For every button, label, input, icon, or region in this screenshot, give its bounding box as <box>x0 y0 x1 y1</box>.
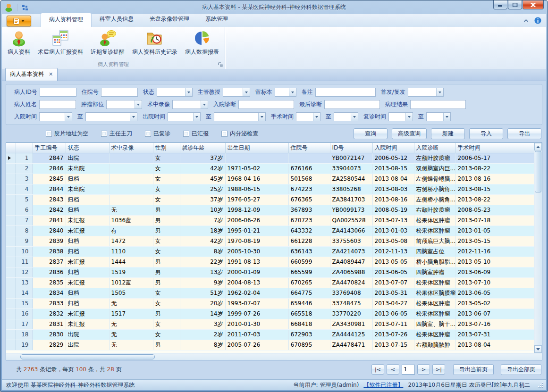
menu-tab[interactable]: 病人资料管理 <box>41 13 92 27</box>
horizontal-scroll-thumb[interactable] <box>20 354 155 359</box>
table-row[interactable]: 152833归档无女20岁1993-07-0765944633748475201… <box>6 298 534 309</box>
filter-combo[interactable] <box>426 112 451 121</box>
table-row[interactable]: 72841未汇报1036蓝男7岁2006-06-26670723QA002552… <box>6 215 534 225</box>
close-button[interactable] <box>523 0 544 9</box>
chevron-down-icon[interactable] <box>201 100 208 108</box>
next-page-button[interactable]: > <box>417 364 430 375</box>
filter-combo[interactable] <box>214 112 266 121</box>
action-button[interactable]: 高级查询 <box>392 128 427 139</box>
scroll-down-button[interactable] <box>534 345 542 353</box>
info-icon[interactable] <box>534 17 541 24</box>
menu-tab[interactable]: 系统管理 <box>197 13 236 27</box>
column-header[interactable]: 手工编号 <box>33 143 66 153</box>
chevron-down-icon[interactable] <box>405 113 413 121</box>
table-row[interactable]: 192829出院无男8岁2005-07-26670895ZA4478471201… <box>6 340 534 350</box>
table-row[interactable]: 12847出院女37岁YB00721472006-05-12左额叶胶质瘤2006… <box>6 153 534 163</box>
filter-combo[interactable] <box>106 100 142 109</box>
filter-checkbox[interactable]: 已汇报 <box>183 130 209 138</box>
filter-combo[interactable] <box>388 112 413 121</box>
action-button[interactable]: 导入 <box>469 128 503 139</box>
prev-page-button[interactable]: < <box>387 364 399 375</box>
table-row[interactable]: 162832未汇报1517男14岁1999-07-266655183377022… <box>6 309 534 319</box>
table-row[interactable]: 92839归档1472女42岁1970-08-19661228337556032… <box>6 236 534 246</box>
table-row[interactable]: 182830出院无女2岁2011-07-03672903ZA4444125201… <box>6 329 534 340</box>
checkbox-icon[interactable] <box>221 131 228 137</box>
column-header[interactable]: 状态 <box>66 143 109 153</box>
filter-combo[interactable] <box>39 112 72 121</box>
chevron-down-icon[interactable] <box>436 88 443 96</box>
filter-text-input[interactable] <box>40 88 76 97</box>
action-button[interactable]: 导出 <box>507 128 541 139</box>
ribbon-button[interactable]: 病人资料历史记录 <box>128 28 181 57</box>
resize-grip[interactable] <box>538 382 543 388</box>
table-row[interactable]: 112837未汇报1444男22岁1991-08-13660599ZA40894… <box>6 257 534 267</box>
filter-checkbox[interactable]: 胶片地址为空 <box>46 130 88 138</box>
filter-combo[interactable] <box>172 100 208 109</box>
chevron-down-icon[interactable] <box>193 113 200 121</box>
chevron-down-icon[interactable] <box>443 113 450 121</box>
table-row[interactable]: 102838归档1110女8岁2005-10-30636143ZA4214073… <box>6 246 534 257</box>
table-row[interactable]: 62842归档无男10岁1998-12-09367893YB0099173200… <box>6 205 534 215</box>
column-header[interactable]: 入院时间 <box>372 143 414 153</box>
scroll-up-button[interactable] <box>534 143 542 150</box>
chevron-down-icon[interactable] <box>313 113 320 121</box>
export-button[interactable]: 导出当前页 <box>453 364 494 375</box>
maximize-button[interactable] <box>508 0 522 9</box>
filter-combo[interactable] <box>157 88 193 97</box>
minimize-button[interactable] <box>493 0 507 9</box>
action-button[interactable]: 查询 <box>354 128 388 139</box>
column-header[interactable]: 术中录像 <box>109 143 153 153</box>
filter-text-input[interactable] <box>101 88 138 97</box>
ribbon-button[interactable]: 术后病人汇报资料 <box>34 28 87 57</box>
chevron-down-icon[interactable] <box>185 88 192 96</box>
column-header[interactable]: 入院诊断 <box>414 143 455 153</box>
checkbox-icon[interactable] <box>183 131 189 137</box>
table-row[interactable]: 42844未出院女25岁1988-06-15674223338052682013… <box>6 184 534 194</box>
column-header[interactable]: 就诊年龄 <box>180 143 225 153</box>
document-tab-patient-basic-info[interactable]: 病人基本资料 ✕ <box>5 68 58 81</box>
table-row[interactable]: 32845归档女45岁1968-04-16501568ZA25805442013… <box>6 174 534 184</box>
ribbon-button[interactable]: 病人数据报表 <box>181 28 223 57</box>
filter-combo[interactable] <box>85 112 137 121</box>
application-menu-button[interactable] <box>7 16 31 26</box>
filter-checkbox[interactable]: 主任主刀 <box>101 130 132 138</box>
table-row[interactable]: 52843归档女37岁1976-05-27676365ZA38417032013… <box>6 194 534 205</box>
ribbon-button[interactable]: 病人资料 <box>4 28 34 57</box>
filter-checkbox[interactable]: 已复诊 <box>145 130 170 138</box>
filter-text-input[interactable] <box>324 100 380 109</box>
first-page-button[interactable]: |< <box>371 364 384 375</box>
filter-text-input[interactable] <box>238 100 294 109</box>
checkbox-icon[interactable] <box>101 131 107 137</box>
chevron-down-icon[interactable] <box>289 88 296 96</box>
export-button[interactable]: 导出全部页 <box>501 364 541 375</box>
close-tab-icon[interactable]: ✕ <box>49 72 53 77</box>
filter-combo[interactable] <box>168 112 201 121</box>
chevron-down-icon[interactable] <box>243 88 250 96</box>
chevron-down-icon[interactable] <box>65 113 72 121</box>
filter-combo[interactable] <box>275 88 296 97</box>
table-row[interactable]: 132835未汇报1012蓝男9岁2004-08-13670265ZA44708… <box>6 277 534 288</box>
action-button[interactable]: 新建 <box>431 128 465 139</box>
dialog-launcher-icon[interactable] <box>218 62 223 67</box>
column-header[interactable] <box>16 143 33 153</box>
collapse-ribbon-icon[interactable] <box>523 19 529 23</box>
table-row[interactable]: 172831未汇报无女3岁2010-01-30668418ZA343098120… <box>6 319 534 329</box>
column-header[interactable]: 手术时间 <box>455 143 534 153</box>
column-header[interactable]: 出生日期 <box>225 143 288 153</box>
chevron-down-icon[interactable] <box>135 100 142 108</box>
column-header[interactable]: ID号 <box>330 143 372 153</box>
vertical-scroll-thumb[interactable] <box>535 151 541 192</box>
checkbox-icon[interactable] <box>145 131 151 137</box>
table-row[interactable]: 22846未出院女42岁1971-05-02676166339040732013… <box>6 163 534 174</box>
vertical-scrollbar[interactable] <box>534 143 542 353</box>
filter-combo[interactable] <box>408 88 444 97</box>
checkbox-icon[interactable] <box>46 131 52 137</box>
chevron-down-icon[interactable] <box>351 113 358 121</box>
chevron-down-icon[interactable] <box>130 113 137 121</box>
menu-tab[interactable]: 光盘录像带管理 <box>142 13 197 27</box>
filter-text-input[interactable] <box>315 88 376 97</box>
filter-combo[interactable] <box>334 112 358 121</box>
horizontal-scrollbar[interactable] <box>6 353 542 360</box>
column-header[interactable]: 性别 <box>153 143 180 153</box>
page-number-input[interactable] <box>402 365 415 375</box>
